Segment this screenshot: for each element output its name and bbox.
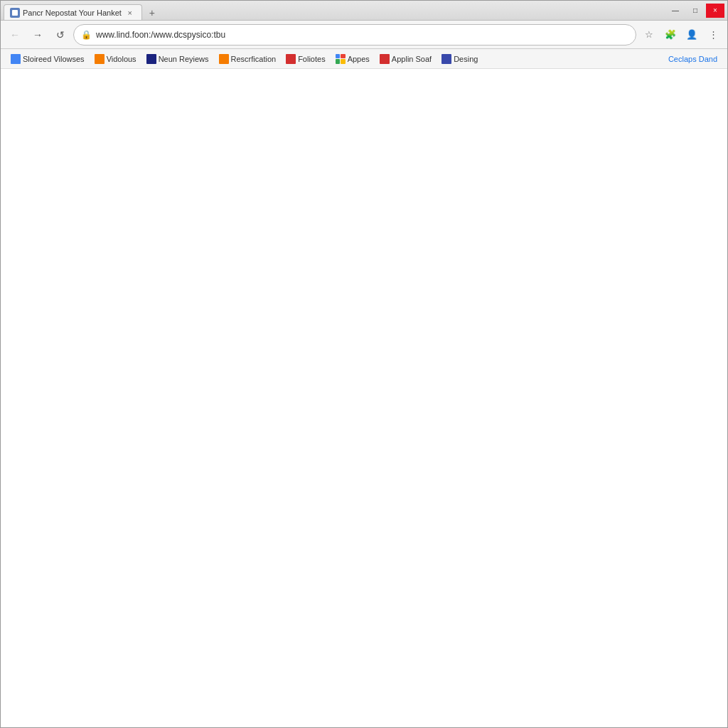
bookmarks-right: Ceclaps Dand <box>664 53 722 65</box>
refresh-button[interactable]: ↺ <box>50 25 70 45</box>
bookmark-foliotes[interactable]: Foliotes <box>282 51 330 67</box>
bookmark-favicon <box>219 54 229 64</box>
bookmark-label: Applin Soaf <box>392 55 432 63</box>
back-button[interactable]: ← <box>5 25 25 45</box>
page-content <box>1 69 727 727</box>
address-bar-container: 🔒 <box>73 24 636 46</box>
tab-close-button[interactable]: × <box>124 7 136 18</box>
bookmark-applin-soaf[interactable]: Applin Soaf <box>375 51 436 67</box>
other-bookmarks-link[interactable]: Ceclaps Dand <box>664 53 722 65</box>
window-controls: — □ × <box>666 4 724 18</box>
minimize-button[interactable]: — <box>666 4 685 18</box>
bookmark-favicon <box>11 54 21 64</box>
active-tab[interactable]: Pancr Nepostat Your Hanket × <box>4 4 142 20</box>
bookmark-desing[interactable]: Desing <box>437 51 482 67</box>
apps-grid-icon <box>336 54 346 64</box>
bookmark-label: Appes <box>348 55 370 63</box>
bookmark-label: Desing <box>454 55 478 63</box>
bookmark-neun-reyiews[interactable]: Neun Reyiews <box>142 51 213 67</box>
bookmark-label: Neun Reyiews <box>159 55 209 63</box>
bookmark-label: Sloireed Vilowses <box>23 55 85 63</box>
bookmark-favicon <box>380 54 390 64</box>
new-tab-button[interactable]: + <box>145 6 159 20</box>
tab-favicon <box>10 8 20 18</box>
navigation-bar: ← → ↺ 🔒 ☆ 🧩 👤 ⋮ <box>1 21 727 49</box>
bookmark-appes[interactable]: Appes <box>331 51 374 67</box>
profile-button[interactable]: 👤 <box>682 25 702 45</box>
bookmarks-bar: Sloireed Vilowses Vidolous Neun Reyiews … <box>1 49 727 69</box>
browser-window: Pancr Nepostat Your Hanket × + — □ × ← →… <box>0 0 728 728</box>
title-bar: Pancr Nepostat Your Hanket × + — □ × <box>1 1 727 21</box>
bookmark-star-button[interactable]: ☆ <box>639 25 659 45</box>
bookmark-label: Rescrfication <box>231 55 277 63</box>
maximize-button[interactable]: □ <box>686 4 705 18</box>
nav-actions: ☆ 🧩 👤 ⋮ <box>639 25 723 45</box>
tab-strip: Pancr Nepostat Your Hanket × + <box>4 1 666 20</box>
tab-title: Pancr Nepostat Your Hanket <box>23 9 122 17</box>
lock-icon: 🔒 <box>81 30 92 40</box>
bookmark-label: Vidolous <box>107 55 136 63</box>
bookmark-favicon <box>146 54 156 64</box>
bookmark-favicon <box>95 54 105 64</box>
bookmark-label: Foliotes <box>298 55 326 63</box>
bookmark-sloireed-vilowses[interactable]: Sloireed Vilowses <box>6 51 89 67</box>
extensions-button[interactable]: 🧩 <box>660 25 680 45</box>
bookmark-vidolous[interactable]: Vidolous <box>90 51 141 67</box>
bookmark-rescrfication[interactable]: Rescrfication <box>215 51 281 67</box>
close-button[interactable]: × <box>706 4 724 18</box>
bookmark-favicon <box>286 54 296 64</box>
address-input[interactable] <box>96 30 628 40</box>
forward-button[interactable]: → <box>28 25 48 45</box>
menu-button[interactable]: ⋮ <box>703 25 723 45</box>
bookmark-favicon <box>441 54 451 64</box>
